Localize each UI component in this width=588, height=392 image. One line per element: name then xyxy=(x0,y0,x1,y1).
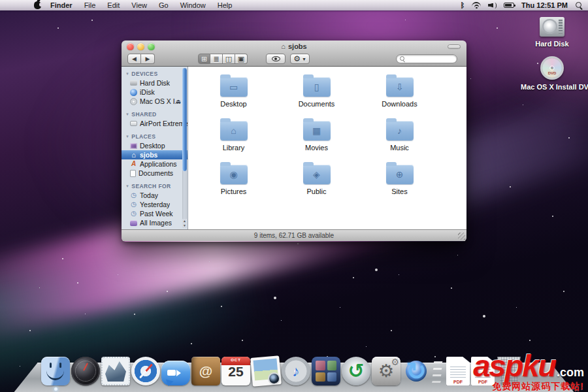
dock-item-address-book[interactable]: @ xyxy=(191,357,220,385)
disclosure-triangle-icon[interactable]: ▼ xyxy=(125,72,129,76)
scroll-down-arrow[interactable]: ▼ xyxy=(183,223,186,228)
dock-item-finder[interactable] xyxy=(41,357,70,385)
folder-sites[interactable]: ⊕ Sites xyxy=(358,161,441,204)
coverflow-view-button[interactable]: ▣ xyxy=(235,54,248,64)
disclosure-triangle-icon[interactable]: ▼ xyxy=(125,112,129,116)
dock-item-iphoto[interactable] xyxy=(250,355,282,387)
dock-separator xyxy=(432,357,445,385)
close-button[interactable] xyxy=(127,43,134,50)
dock-item-ical[interactable]: OCT 25 xyxy=(221,357,250,385)
title-bar[interactable]: ⌂ sjobs xyxy=(122,41,466,52)
forward-button[interactable]: ▶ xyxy=(141,54,155,64)
dvd-disc-icon: DVD xyxy=(540,56,564,80)
folder-label: Sites xyxy=(391,188,407,195)
sidebar-item-hard-disk[interactable]: Hard Disk xyxy=(122,78,188,88)
desktop-icon-install-dvd[interactable]: DVD Mac OS X Install DVD xyxy=(521,56,583,91)
menu-help[interactable]: Help xyxy=(218,1,233,9)
scrollbar-thumb[interactable] xyxy=(182,68,187,171)
dock-item-ichat[interactable] xyxy=(161,361,190,385)
menu-edit[interactable]: Edit xyxy=(107,1,120,9)
sidebar-section-devices[interactable]: ▼DEVICES xyxy=(122,69,188,78)
volume-icon[interactable] xyxy=(488,2,497,9)
search-input[interactable] xyxy=(406,56,451,63)
search-icon xyxy=(400,56,406,62)
resize-grip[interactable] xyxy=(458,233,465,240)
folder-library[interactable]: ⌂ Library xyxy=(192,117,275,161)
scroll-up-arrow[interactable]: ▲ xyxy=(183,219,186,223)
sidebar-item-desktop[interactable]: Desktop xyxy=(122,141,188,150)
home-icon: ⌂ xyxy=(130,152,137,159)
dock-item-dashboard[interactable] xyxy=(71,357,100,385)
sidebar-item-past-week[interactable]: ◷Past Week xyxy=(122,209,188,218)
menubar-clock[interactable]: Thu 12:51 PM xyxy=(521,1,568,9)
zoom-button[interactable] xyxy=(148,43,155,50)
eject-icon[interactable]: ⏏ xyxy=(175,98,181,105)
menu-finder[interactable]: Finder xyxy=(50,1,73,9)
sidebar-section-places[interactable]: ▼PLACES xyxy=(122,132,188,141)
minimize-button[interactable] xyxy=(137,43,144,50)
disclosure-triangle-icon[interactable]: ▼ xyxy=(125,135,129,139)
window-chrome[interactable]: ⌂ sjobs ◀ ▶ ⊞ ≣ ◫ ▣ ⚙ ▼ xyxy=(122,41,466,67)
spotlight-icon[interactable] xyxy=(575,1,583,9)
bluetooth-icon[interactable]: ᛒ xyxy=(460,1,465,9)
folder-downloads[interactable]: ⇩ Downloads xyxy=(358,73,441,117)
sidebar-section-search-for[interactable]: ▼SEARCH FOR xyxy=(122,182,188,191)
menu-go[interactable]: Go xyxy=(159,1,169,9)
sidebar-item-yesterday[interactable]: ◷Yesterday xyxy=(122,200,188,209)
folder-label: Documents xyxy=(299,100,335,108)
dock-item-mail[interactable] xyxy=(101,357,130,385)
sidebar-section-shared[interactable]: ▼SHARED xyxy=(122,110,188,119)
toolbar-toggle-button[interactable] xyxy=(448,44,461,49)
folder-movies[interactable]: ▦ Movies xyxy=(275,117,358,161)
sidebar-item-idisk[interactable]: iDisk xyxy=(122,88,188,97)
calendar-day-text: 25 xyxy=(221,364,250,380)
folder-documents[interactable]: ▯ Documents xyxy=(275,73,358,117)
dock-item-safari[interactable] xyxy=(131,357,160,385)
sidebar-item-install-dvd[interactable]: Mac OS X I...⏏ xyxy=(122,97,188,106)
sidebar-item-today[interactable]: ◷Today xyxy=(122,191,188,200)
sidebar-item-documents[interactable]: Documents xyxy=(122,169,188,178)
folder-pictures[interactable]: ◉ Pictures xyxy=(192,161,275,204)
menu-window[interactable]: Window xyxy=(180,1,206,9)
dock-stack-documents[interactable]: PDF xyxy=(446,357,470,385)
back-button[interactable]: ◀ xyxy=(127,54,141,64)
sidebar-scrollbar[interactable]: ▲ ▼ xyxy=(182,68,187,228)
download-arrow-emblem-icon: ⇩ xyxy=(396,82,404,91)
folder-icon: ⊕ xyxy=(386,165,414,184)
dock-item-time-machine[interactable]: ↺ xyxy=(342,357,370,385)
clock-arrow-icon: ↺ xyxy=(348,361,364,381)
clock-icon: ◷ xyxy=(130,192,137,199)
disclosure-triangle-icon[interactable]: ▼ xyxy=(125,184,129,188)
folder-public[interactable]: ◈ Public xyxy=(275,161,358,204)
dock-item-software-update[interactable]: ↻ xyxy=(402,357,431,385)
toolbar: ◀ ▶ ⊞ ≣ ◫ ▣ ⚙ ▼ xyxy=(122,52,466,67)
icon-view-button[interactable]: ⊞ xyxy=(198,54,210,64)
dock-item-system-preferences[interactable]: ⚙⚙ xyxy=(372,357,400,385)
dock-item-itunes[interactable]: ♪ xyxy=(282,357,310,385)
watermark-tld: .com xyxy=(557,367,584,378)
quick-look-button[interactable] xyxy=(266,54,286,64)
wifi-icon[interactable] xyxy=(472,2,481,8)
search-field[interactable] xyxy=(396,54,457,63)
sidebar: ▼DEVICES Hard Disk iDisk Mac OS X I...⏏ … xyxy=(122,67,188,229)
desktop-icon-hard-disk[interactable]: Hard Disk xyxy=(521,17,583,48)
apple-menu-icon[interactable] xyxy=(34,1,41,9)
column-view-button[interactable]: ◫ xyxy=(223,54,235,64)
menu-file[interactable]: File xyxy=(84,1,96,9)
sidebar-item-applications[interactable]: AApplications xyxy=(122,159,188,169)
dock-item-spaces[interactable] xyxy=(312,357,340,385)
sidebar-item-sjobs[interactable]: ⌂sjobs xyxy=(122,150,188,159)
folder-desktop[interactable]: ▭ Desktop xyxy=(192,73,275,117)
wifi-dot xyxy=(476,7,478,9)
folder-label: Public xyxy=(307,188,327,195)
battery-icon[interactable] xyxy=(504,3,514,8)
folder-music[interactable]: ♪ Music xyxy=(358,117,441,161)
folder-icon: ▭ xyxy=(220,77,248,97)
sidebar-item-all-images[interactable]: All Images xyxy=(122,218,188,227)
menu-view[interactable]: View xyxy=(131,1,147,9)
list-view-button[interactable]: ≣ xyxy=(210,54,223,64)
sidebar-item-airport-extreme[interactable]: AirPort Extreme xyxy=(122,119,188,128)
folder-label: Library xyxy=(223,144,245,152)
folder-label: Desktop xyxy=(220,100,246,108)
action-menu-button[interactable]: ⚙ ▼ xyxy=(290,54,310,64)
